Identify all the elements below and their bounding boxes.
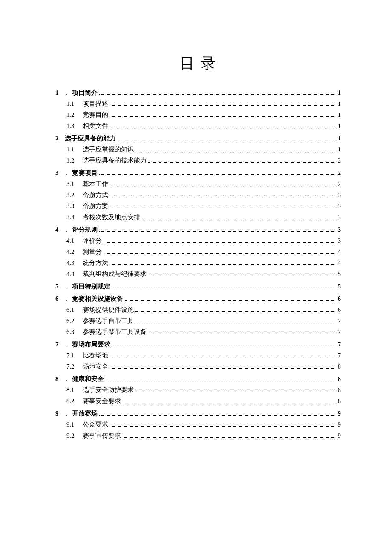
toc-page: 7: [338, 329, 341, 335]
toc-leader: [104, 242, 336, 243]
toc-punct: ．: [63, 170, 72, 176]
toc-label: 基本工作: [83, 181, 108, 187]
toc-entry: 3.1基本工作2: [66, 181, 341, 187]
toc-entry: 3.2命题方式3: [66, 192, 341, 198]
toc-punct: ．: [63, 376, 72, 382]
toc-entry: 2选手应具备的能力1: [55, 135, 341, 142]
toc-page: 2: [338, 157, 341, 164]
toc-leader: [123, 403, 336, 403]
toc-number: 4: [55, 227, 63, 233]
toc-number: 3.2: [66, 192, 83, 198]
toc-punct: ．: [63, 341, 72, 348]
toc-page: 3: [338, 192, 341, 198]
toc-label: 竞赛相关设施设备: [72, 296, 123, 302]
toc-number: 7.1: [66, 352, 83, 359]
toc-page: 3: [338, 238, 341, 244]
toc-leader: [110, 186, 336, 186]
toc-number: 9.2: [66, 433, 83, 439]
toc-number: 1.2: [66, 157, 83, 164]
toc-label: 项目描述: [83, 101, 108, 107]
toc-label: 测量分: [83, 249, 102, 255]
toc-number: 8: [55, 376, 63, 382]
toc-label: 赛场提供硬件设施: [83, 307, 134, 313]
toc-label: 竞赛项目: [72, 170, 98, 176]
toc-number: 6.3: [66, 329, 83, 335]
toc-entry: 1．项目简介1: [55, 90, 341, 96]
toc-label: 项目简介: [72, 90, 98, 96]
toc-page: 8: [338, 398, 341, 404]
toc-punct: ．: [63, 410, 72, 417]
toc-leader: [99, 415, 336, 416]
toc-label: 选手安全防护要求: [83, 387, 134, 393]
toc-leader: [110, 116, 336, 117]
toc-leader: [142, 219, 336, 219]
toc-page: 2: [338, 181, 341, 187]
toc-entry: 8.2赛事安全要求8: [66, 398, 341, 404]
toc-page: 9: [338, 410, 341, 417]
toc-leader: [104, 253, 336, 254]
toc-entry: 3.3命题方案3: [66, 203, 341, 209]
toc-page: 1: [338, 112, 341, 118]
toc-number: 5: [55, 283, 63, 290]
toc-number: 9: [55, 410, 63, 417]
toc-leader: [106, 381, 336, 381]
toc-entry: 9.1公众要求9: [66, 421, 341, 428]
toc-entry: 4．评分规则3: [55, 227, 341, 233]
toc-label: 参赛选手自带工具: [83, 318, 134, 324]
toc-number: 7.2: [66, 363, 83, 370]
toc-page: 6: [338, 296, 341, 302]
toc-number: 3.1: [66, 181, 83, 187]
toc-label: 比赛场地: [83, 352, 108, 359]
toc-number: 1.1: [66, 146, 83, 153]
toc-number: 3.3: [66, 203, 83, 209]
toc-label: 命题方式: [83, 192, 108, 198]
toc-page: 9: [338, 421, 341, 428]
page-container: 目 录 1．项目简介11.1项目描述11.2竞赛目的11.3相关文件12选手应具…: [0, 0, 392, 439]
toc-page: 1: [338, 90, 341, 96]
toc-entry: 6.2参赛选手自带工具7: [66, 318, 341, 324]
toc-entry: 7.1比赛场地7: [66, 352, 341, 359]
toc-label: 赛事安全要求: [83, 398, 121, 404]
toc-label: 统分方法: [83, 260, 108, 266]
toc-leader: [118, 140, 336, 140]
toc-number: 8.2: [66, 398, 83, 404]
toc-page: 8: [338, 363, 341, 370]
toc-leader: [125, 300, 336, 301]
toc-number: 6: [55, 296, 63, 302]
toc-number: 6.2: [66, 318, 83, 324]
toc-number: 2: [55, 135, 63, 142]
toc-label: 选手应具备的能力: [65, 135, 116, 142]
toc-leader: [99, 231, 336, 232]
toc-page: 3: [338, 214, 341, 221]
toc-punct: ．: [63, 283, 72, 290]
toc-leader: [110, 264, 336, 265]
toc-entry: 8．健康和安全8: [55, 376, 341, 382]
toc-entry: 4.4裁判组构成与纪律要求5: [66, 271, 341, 277]
toc-label: 赛事宣传要求: [83, 433, 121, 439]
toc-label: 健康和安全: [72, 376, 104, 382]
toc-punct: ．: [63, 296, 72, 302]
toc-number: 6.1: [66, 307, 83, 313]
toc-punct: ．: [63, 90, 72, 96]
toc-page: 1: [338, 123, 341, 129]
toc-leader: [135, 392, 336, 392]
toc-leader: [99, 174, 336, 175]
toc-page: 7: [338, 341, 341, 348]
toc-number: 4.2: [66, 249, 83, 255]
toc-page: 8: [338, 376, 341, 382]
toc-punct: ．: [63, 227, 72, 233]
toc-entry: 1.2选手应具备的技术能力2: [66, 157, 341, 164]
toc-page: 3: [338, 203, 341, 209]
toc-label: 公众要求: [83, 421, 108, 428]
toc-label: 考核次数及地点安排: [83, 214, 140, 221]
toc-entry: 9.2赛事宣传要求9: [66, 433, 341, 439]
toc-entry: 4.2测量分4: [66, 249, 341, 255]
toc-leader: [110, 208, 336, 208]
toc-label: 命题方案: [83, 203, 108, 209]
toc-entry: 1.1项目描述1: [66, 101, 341, 107]
toc-entry: 1.3相关文件1: [66, 123, 341, 129]
toc-page: 5: [338, 271, 341, 277]
toc-label: 赛场布局要求: [72, 341, 110, 348]
toc-page: 1: [338, 101, 341, 107]
toc-title: 目 录: [55, 53, 341, 73]
